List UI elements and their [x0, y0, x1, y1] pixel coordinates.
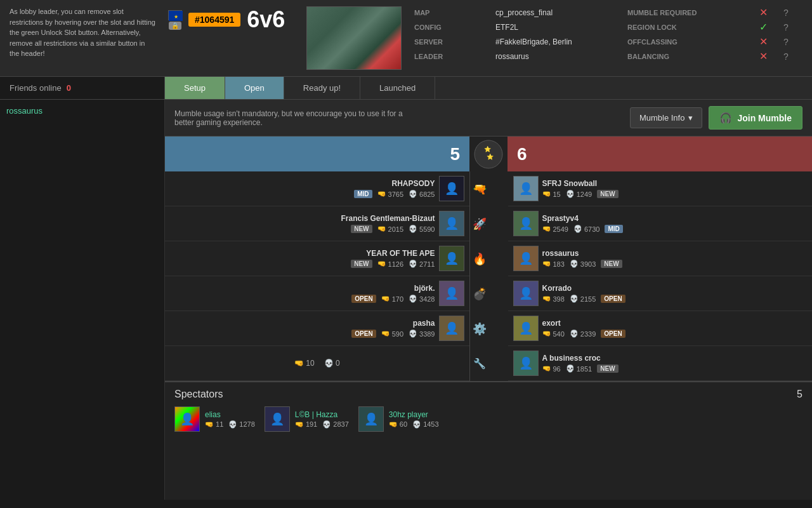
blu-player-row[interactable]: 👤 RHAPSODY MID 🤜 3765 💀 6825: [165, 171, 469, 206]
kills-icon: 🤜: [377, 225, 386, 233]
red-player-row[interactable]: 👤 exort 🤜 540 💀 2339 OPEN: [508, 311, 813, 346]
tab-readyup[interactable]: Ready up!: [284, 77, 360, 99]
player-name[interactable]: A business croc: [542, 354, 601, 363]
player-name[interactable]: exort: [542, 319, 561, 328]
player-name[interactable]: Sprastyv4: [542, 214, 579, 223]
player-badge: OPEN: [601, 295, 625, 303]
player-stats-row: 🤜 540 💀 2339 OPEN: [542, 330, 625, 338]
team-red: 👤 SFRJ Snowball 🤜 15 💀 1249 NEW 👤 Sprast…: [508, 171, 813, 381]
match-id-badge[interactable]: #1064591: [188, 13, 240, 27]
tab-open-label: Open: [244, 83, 265, 93]
spectator-name[interactable]: 30hz player: [389, 410, 439, 419]
player-name[interactable]: björk.: [414, 284, 435, 293]
help-text: As lobby leader, you can remove slot res…: [10, 6, 155, 59]
red-player-row[interactable]: 👤 Sprastyv4 🤜 2549 💀 6730 MID: [508, 206, 813, 241]
help-text-content: As lobby leader, you can remove slot res…: [10, 8, 155, 57]
offclassing-help[interactable]: ?: [783, 37, 802, 47]
kills-icon: 🤜: [542, 260, 551, 268]
spectator-deaths: 💀 1453: [412, 420, 439, 429]
center-classes: 🔫🚀🔥💣⚙️🔧: [470, 171, 508, 381]
player-kills: 🤜 2015: [377, 225, 403, 233]
class-icon-soldier: 🚀: [473, 217, 487, 231]
mumble-info-button[interactable]: Mumble Info ▾: [630, 107, 703, 128]
player-badge: MID: [354, 190, 372, 198]
player-name[interactable]: RHAPSODY: [391, 179, 435, 188]
blu-player-row[interactable]: 👤 björk. OPEN 🤜 170 💀 3428: [165, 276, 469, 311]
add-slot-deaths: 💀 0: [324, 359, 340, 368]
kills-icon: 🤜: [542, 295, 551, 303]
add-slot-stats: 🤜 10 💀 0: [294, 359, 340, 368]
player-name[interactable]: pasha: [413, 319, 435, 328]
player-name[interactable]: Korrado: [542, 284, 572, 293]
player-name[interactable]: SFRJ Snowball: [542, 179, 598, 188]
red-player-row[interactable]: 👤 SFRJ Snowball 🤜 15 💀 1249 NEW: [508, 171, 813, 206]
player-kills: 🤜 15: [542, 190, 561, 198]
spectators-count: 5: [797, 389, 802, 400]
tab-setup[interactable]: Setup: [165, 77, 225, 99]
red-player-row[interactable]: 👤 Korrado 🤜 398 💀 2155 OPEN: [508, 276, 813, 311]
player-name[interactable]: YEAR OF THE APE: [366, 249, 435, 258]
add-center-icon: 🔧: [473, 358, 486, 370]
info-grid: MAP cp_process_final MUMBLE REQUIRED ✕ ?…: [414, 6, 802, 62]
spectator-avatar: 👤: [174, 406, 200, 432]
player-info: exort 🤜 540 💀 2339 OPEN: [542, 319, 808, 338]
player-badge: NEW: [597, 190, 618, 198]
spectator-deaths: 💀 1278: [228, 420, 255, 429]
tab-launched[interactable]: Launched: [360, 77, 435, 99]
spectator-kills: 🤜 191: [295, 420, 317, 429]
friends-label: Friends online: [10, 83, 62, 93]
match-title: 6v6: [247, 6, 285, 33]
player-avatar: 👤: [513, 351, 539, 376]
spectator-name[interactable]: elias: [205, 410, 255, 419]
player-info: rossaurus 🤜 183 💀 3903 NEW: [542, 249, 808, 268]
kills-icon: 🤜: [377, 260, 386, 268]
kills-icon: 🤜: [542, 225, 551, 233]
map-image: [306, 6, 402, 70]
tabs-bar: Setup Open Ready up! Launched: [165, 77, 812, 99]
player-kills: 🤜 1126: [377, 260, 403, 268]
offclassing-label: OFFCLASSING: [627, 38, 754, 46]
flag-icon: ★: [168, 10, 182, 20]
player-deaths: 💀 6825: [409, 190, 435, 198]
spectator-stats: 🤜 60 💀 1453: [389, 420, 439, 429]
red-player-row[interactable]: 👤 A business croc 🤜 96 💀 1851 NEW: [508, 346, 813, 381]
player-avatar: 👤: [439, 176, 464, 201]
deaths-icon: 💀: [570, 295, 579, 303]
mumble-right: Mumble Info ▾ 🎧 Join Mumble: [630, 106, 802, 130]
chevron-down-icon: ▾: [688, 113, 693, 123]
region-lock-help[interactable]: ?: [783, 22, 802, 32]
mumble-req-help[interactable]: ?: [783, 8, 802, 18]
friends-count: 0: [67, 83, 71, 93]
player-name[interactable]: rossaurus: [542, 249, 579, 258]
player-badge: NEW: [601, 260, 622, 268]
score-center: ⭐ ⭐: [469, 137, 508, 171]
blu-player-row[interactable]: 👤 pasha OPEN 🤜 590 💀 3389: [165, 311, 469, 346]
blu-player-row[interactable]: 👤 YEAR OF THE APE NEW 🤜 1126 💀 2711: [165, 241, 469, 276]
tab-open[interactable]: Open: [225, 77, 284, 99]
class-icon-scout: 🔫: [473, 182, 487, 196]
red-player-row[interactable]: 👤 rossaurus 🤜 183 💀 3903 NEW: [508, 241, 813, 276]
join-mumble-button[interactable]: 🎧 Join Mumble: [709, 106, 802, 130]
balancing-help[interactable]: ?: [783, 51, 802, 62]
spectator-stats: 🤜 191 💀 2837: [295, 420, 349, 429]
player-avatar: 👤: [439, 281, 464, 306]
center-class-icon-0: 🔫: [470, 171, 489, 206]
player-info: Korrado 🤜 398 💀 2155 OPEN: [542, 284, 808, 303]
player-stats-row: NEW 🤜 2015 💀 5590: [351, 225, 435, 233]
blu-player-row[interactable]: 👤 Francis Gentleman-Bizaut NEW 🤜 2015 💀 …: [165, 206, 469, 241]
map-value: cp_process_final: [495, 8, 622, 17]
class-icon-heavy: ⚙️: [473, 322, 487, 336]
offclassing-icon: ✕: [759, 36, 778, 48]
sidebar-username[interactable]: rossaurus: [6, 106, 43, 116]
mumble-req-icon: ✕: [759, 6, 778, 18]
center-class-icon-5: 🔧: [470, 346, 489, 381]
team-blu: 👤 RHAPSODY MID 🤜 3765 💀 6825 👤 Francis G…: [165, 171, 470, 381]
region-lock-label: REGION LOCK: [627, 23, 754, 31]
player-deaths: 💀 3389: [409, 330, 435, 338]
spectator-name[interactable]: L©B | Hazza: [295, 410, 349, 419]
deaths-icon: 💀: [573, 225, 582, 233]
kills-icon: 🤜: [542, 190, 551, 198]
mumble-info-label: Mumble Info: [639, 113, 685, 123]
player-stats-row: 🤜 183 💀 3903 NEW: [542, 260, 622, 268]
player-name[interactable]: Francis Gentleman-Bizaut: [341, 214, 435, 223]
